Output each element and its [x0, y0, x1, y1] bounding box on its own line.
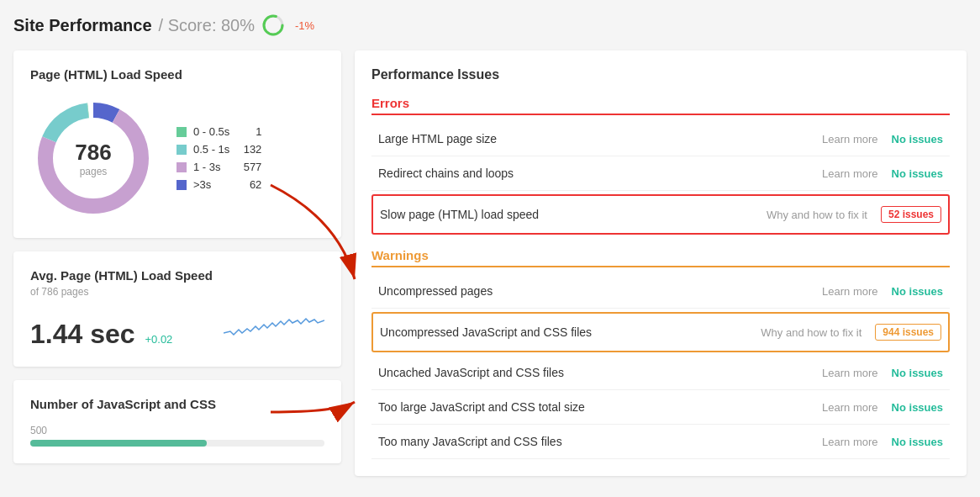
avg-speed-row: 1.44 sec +0.02	[30, 308, 324, 350]
issue-badge-large-html: No issues	[892, 133, 943, 145]
legend-item-3: >3s 62	[177, 178, 261, 191]
bar-track	[30, 440, 324, 447]
load-speed-card: Page (HTML) Load Speed	[13, 50, 341, 238]
issue-name-large-html: Large HTML page size	[378, 132, 822, 145]
legend-val-2: 577	[236, 161, 261, 173]
avg-speed-title: Avg. Page (HTML) Load Speed	[30, 268, 324, 283]
legend-item-1: 0.5 - 1s 132	[177, 143, 261, 156]
issue-row-slow-html: Slow page (HTML) load speed Why and how …	[371, 194, 950, 235]
js-count-title: Number of JavaScript and CSS	[30, 397, 324, 411]
issue-name-uncompressed-pages: Uncompressed pages	[378, 284, 822, 298]
issue-badge-uncompressed-js: 944 issues	[875, 324, 941, 341]
donut-legend: 0 - 0.5s 1 0.5 - 1s 132 1 - 3s 577	[177, 125, 261, 191]
issue-row-uncompressed-pages: Uncompressed pages Learn more No issues	[371, 274, 950, 309]
issue-badge-uncached-js: No issues	[892, 367, 943, 379]
issue-link-uncompressed-js[interactable]: Why and how to fix it	[761, 326, 861, 339]
sparkline	[224, 308, 324, 350]
donut-chart: 786 pages	[30, 95, 156, 221]
issue-link-uncached-js[interactable]: Learn more	[822, 367, 877, 379]
legend-val-3: 62	[236, 178, 261, 191]
js-card-bar: 500	[30, 425, 324, 447]
issue-link-large-js[interactable]: Learn more	[822, 401, 877, 414]
legend-color-1	[177, 145, 187, 155]
right-panel-title: Performance Issues	[371, 67, 950, 82]
legend-val-0: 1	[236, 125, 261, 138]
avg-speed-delta: +0.02	[145, 333, 172, 346]
sparkline-svg	[224, 308, 324, 350]
warnings-section: Warnings Uncompressed pages Learn more N…	[371, 248, 950, 459]
issue-badge-redirect: No issues	[892, 167, 943, 180]
issue-row-uncompressed-js: Uncompressed JavaScript and CSS files Wh…	[371, 312, 950, 352]
load-speed-title: Page (HTML) Load Speed	[30, 67, 324, 82]
issue-link-slow-html[interactable]: Why and how to fix it	[767, 209, 867, 221]
legend-item-2: 1 - 3s 577	[177, 161, 261, 173]
legend-val-1: 132	[236, 143, 261, 156]
donut-count: 786	[75, 140, 111, 166]
issue-row-large-html: Large HTML page size Learn more No issue…	[371, 122, 950, 156]
issue-row-uncached-js: Uncached JavaScript and CSS files Learn …	[371, 356, 950, 390]
issue-badge-many-js: No issues	[892, 436, 943, 448]
bar-fill	[30, 440, 207, 447]
errors-header: Errors	[371, 96, 950, 115]
issue-link-many-js[interactable]: Learn more	[822, 436, 877, 448]
issue-name-slow-html: Slow page (HTML) load speed	[380, 208, 767, 221]
score-delta: -1%	[295, 19, 314, 32]
donut-center: 786 pages	[75, 140, 111, 177]
avg-speed-card: Avg. Page (HTML) Load Speed of 786 pages…	[13, 251, 341, 367]
issue-row-many-js: Too many JavaScript and CSS files Learn …	[371, 425, 950, 459]
errors-section: Errors Large HTML page size Learn more N…	[371, 96, 950, 235]
js-count-card: Number of JavaScript and CSS 500	[13, 380, 341, 463]
issue-name-uncompressed-js: Uncompressed JavaScript and CSS files	[380, 325, 761, 339]
legend-color-3	[177, 180, 187, 190]
page-title: Site Performance	[13, 16, 152, 35]
issue-name-large-js: Too large JavaScript and CSS total size	[378, 400, 822, 414]
score-circle-icon	[261, 13, 285, 37]
legend-text-0: 0 - 0.5s	[193, 125, 229, 138]
issue-name-redirect: Redirect chains and loops	[378, 167, 822, 180]
avg-card-subtitle: of 786 pages	[30, 286, 324, 298]
legend-text-3: >3s	[193, 178, 229, 191]
warnings-header: Warnings	[371, 248, 950, 267]
legend-color-2	[177, 162, 187, 172]
page-header: Site Performance / Score: 80% -1%	[13, 13, 967, 37]
issue-row-large-js: Too large JavaScript and CSS total size …	[371, 390, 950, 425]
bar-label: 500	[30, 425, 324, 436]
issue-row-redirect: Redirect chains and loops Learn more No …	[371, 156, 950, 191]
main-layout: Page (HTML) Load Speed	[13, 50, 967, 476]
avg-speed-value-group: 1.44 sec +0.02	[30, 319, 172, 350]
issue-badge-large-js: No issues	[892, 401, 943, 414]
issue-badge-uncompressed-pages: No issues	[892, 285, 943, 298]
donut-section: 786 pages 0 - 0.5s 1 0.5 - 1s 132	[30, 95, 324, 221]
left-panel: Page (HTML) Load Speed	[13, 50, 341, 476]
score-label: / Score: 80%	[159, 16, 256, 35]
legend-item-0: 0 - 0.5s 1	[177, 125, 261, 138]
legend-color-0	[177, 127, 187, 137]
issue-link-large-html[interactable]: Learn more	[822, 133, 877, 145]
avg-speed-value: 1.44 sec	[30, 319, 135, 349]
issue-name-many-js: Too many JavaScript and CSS files	[378, 435, 822, 448]
issue-badge-slow-html: 52 issues	[881, 206, 941, 223]
issue-name-uncached-js: Uncached JavaScript and CSS files	[378, 366, 822, 379]
legend-text-2: 1 - 3s	[193, 161, 229, 173]
issue-link-uncompressed-pages[interactable]: Learn more	[822, 285, 877, 298]
donut-label: pages	[75, 166, 111, 177]
legend-text-1: 0.5 - 1s	[193, 143, 229, 156]
right-panel: Performance Issues Errors Large HTML pag…	[355, 50, 967, 476]
issue-link-redirect[interactable]: Learn more	[822, 167, 877, 180]
